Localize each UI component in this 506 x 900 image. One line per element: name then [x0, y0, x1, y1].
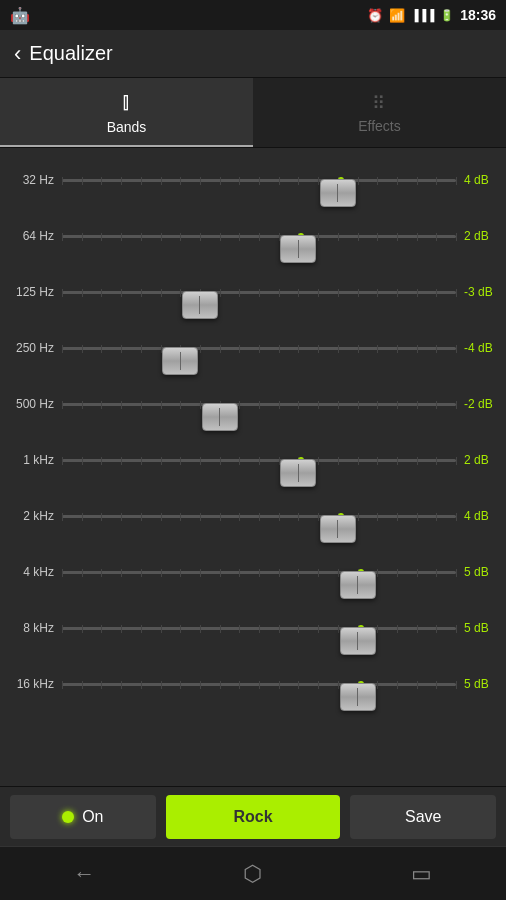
- nav-recent-icon: ▭: [411, 861, 432, 887]
- nav-bar: ← ⬡ ▭: [0, 846, 506, 900]
- slider-thumb[interactable]: [280, 459, 316, 487]
- slider-thumb[interactable]: [340, 627, 376, 655]
- nav-home-button[interactable]: ⬡: [223, 854, 283, 894]
- time-display: 18:36: [460, 7, 496, 23]
- freq-label: 2 kHz: [4, 509, 62, 523]
- tab-effects-label: Effects: [358, 118, 401, 134]
- slider-1-kHz[interactable]: [62, 440, 456, 480]
- status-left-icons: 🤖: [10, 6, 30, 25]
- db-value: 5 dB: [456, 621, 502, 635]
- slider-4-kHz[interactable]: [62, 552, 456, 592]
- slider-250-Hz[interactable]: [62, 328, 456, 368]
- band-row-16-kHz: 16 kHz 5 dB: [4, 656, 502, 712]
- android-icon: 🤖: [10, 6, 30, 25]
- freq-label: 16 kHz: [4, 677, 62, 691]
- eq-area: 32 Hz 4 dB 64 Hz 2 dB 125 Hz: [0, 148, 506, 786]
- freq-label: 500 Hz: [4, 397, 62, 411]
- on-indicator: [62, 811, 74, 823]
- db-value: 5 dB: [456, 677, 502, 691]
- slider-thumb[interactable]: [320, 179, 356, 207]
- status-right-icons: ⏰ 📶 ▐▐▐ 🔋 18:36: [367, 7, 496, 23]
- slider-8-kHz[interactable]: [62, 608, 456, 648]
- band-row-8-kHz: 8 kHz 5 dB: [4, 600, 502, 656]
- slider-32-Hz[interactable]: [62, 160, 456, 200]
- db-value: 2 dB: [456, 229, 502, 243]
- battery-icon: 🔋: [440, 9, 454, 22]
- slider-thumb[interactable]: [340, 683, 376, 711]
- save-button[interactable]: Save: [350, 795, 496, 839]
- slider-500-Hz[interactable]: [62, 384, 456, 424]
- nav-back-button[interactable]: ←: [54, 854, 114, 894]
- tab-bands[interactable]: ⫿ Bands: [0, 78, 253, 147]
- nav-recent-button[interactable]: ▭: [392, 854, 452, 894]
- freq-label: 32 Hz: [4, 173, 62, 187]
- back-button[interactable]: ‹: [14, 41, 21, 67]
- db-value: 4 dB: [456, 173, 502, 187]
- tabs-container: ⫿ Bands ⠿ Effects: [0, 78, 506, 148]
- db-value: -2 dB: [456, 397, 502, 411]
- band-row-500-Hz: 500 Hz -2 dB: [4, 376, 502, 432]
- slider-64-Hz[interactable]: [62, 216, 456, 256]
- freq-label: 1 kHz: [4, 453, 62, 467]
- slider-125-Hz[interactable]: [62, 272, 456, 312]
- slider-track: [62, 403, 456, 406]
- slider-track: [62, 235, 456, 238]
- alarm-icon: ⏰: [367, 8, 383, 23]
- freq-label: 250 Hz: [4, 341, 62, 355]
- band-row-64-Hz: 64 Hz 2 dB: [4, 208, 502, 264]
- slider-track: [62, 179, 456, 182]
- freq-label: 8 kHz: [4, 621, 62, 635]
- db-value: -3 dB: [456, 285, 502, 299]
- on-label: On: [82, 808, 103, 826]
- slider-track: [62, 347, 456, 350]
- tab-bands-label: Bands: [107, 119, 147, 135]
- slider-thumb[interactable]: [162, 347, 198, 375]
- freq-label: 4 kHz: [4, 565, 62, 579]
- slider-16-kHz[interactable]: [62, 664, 456, 704]
- bands-icon: ⫿: [121, 89, 132, 115]
- band-row-1-kHz: 1 kHz 2 dB: [4, 432, 502, 488]
- slider-thumb[interactable]: [182, 291, 218, 319]
- on-button[interactable]: On: [10, 795, 156, 839]
- slider-track: [62, 627, 456, 630]
- status-bar: 🤖 ⏰ 📶 ▐▐▐ 🔋 18:36: [0, 0, 506, 30]
- slider-track: [62, 571, 456, 574]
- slider-thumb[interactable]: [202, 403, 238, 431]
- band-row-4-kHz: 4 kHz 5 dB: [4, 544, 502, 600]
- db-value: 4 dB: [456, 509, 502, 523]
- slider-thumb[interactable]: [340, 571, 376, 599]
- header: ‹ Equalizer: [0, 30, 506, 78]
- slider-track: [62, 459, 456, 462]
- band-row-250-Hz: 250 Hz -4 dB: [4, 320, 502, 376]
- save-label: Save: [405, 808, 441, 826]
- slider-track: [62, 683, 456, 686]
- tab-effects[interactable]: ⠿ Effects: [253, 78, 506, 147]
- band-row-125-Hz: 125 Hz -3 dB: [4, 264, 502, 320]
- slider-thumb[interactable]: [320, 515, 356, 543]
- band-row-32-Hz: 32 Hz 4 dB: [4, 152, 502, 208]
- db-value: 2 dB: [456, 453, 502, 467]
- db-value: 5 dB: [456, 565, 502, 579]
- effects-icon: ⠿: [372, 92, 387, 114]
- slider-thumb[interactable]: [280, 235, 316, 263]
- bottom-bar: On Rock Save: [0, 786, 506, 846]
- preset-label: Rock: [233, 808, 272, 826]
- slider-track: [62, 515, 456, 518]
- wifi-icon: 📶: [389, 8, 405, 23]
- page-title: Equalizer: [29, 42, 112, 65]
- nav-back-icon: ←: [73, 861, 95, 887]
- band-row-2-kHz: 2 kHz 4 dB: [4, 488, 502, 544]
- freq-label: 125 Hz: [4, 285, 62, 299]
- signal-icon: ▐▐▐: [411, 9, 434, 21]
- slider-track: [62, 291, 456, 294]
- preset-button[interactable]: Rock: [166, 795, 341, 839]
- freq-label: 64 Hz: [4, 229, 62, 243]
- db-value: -4 dB: [456, 341, 502, 355]
- slider-2-kHz[interactable]: [62, 496, 456, 536]
- nav-home-icon: ⬡: [243, 861, 262, 887]
